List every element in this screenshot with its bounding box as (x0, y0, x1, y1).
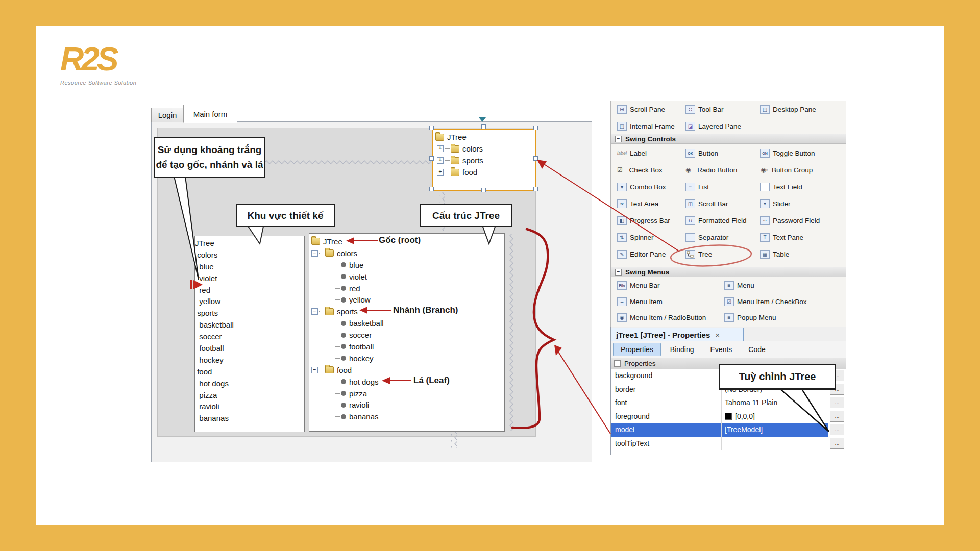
palette-item-password-field[interactable]: ··· Password Field (760, 216, 846, 225)
palette-item-scroll-bar[interactable]: ◫ Scroll Bar (685, 199, 760, 208)
palette-item-text-field[interactable]: Text Field (760, 183, 846, 191)
edit-model-button[interactable]: ... (830, 424, 844, 435)
tree-node-label: basketball (349, 319, 384, 328)
palette-item-spinner[interactable]: ⇅ Spinner (611, 233, 685, 242)
tab-properties[interactable]: Properties (613, 343, 661, 356)
palette-item-label: Scroll Bar (698, 200, 728, 208)
selection-handle[interactable] (533, 156, 538, 161)
folder-icon (325, 249, 334, 257)
menu-item-radiobutton-icon: ◉ (617, 313, 627, 322)
palette-item-menu-item-checkbox[interactable]: ☑ Menu Item / CheckBox (724, 297, 846, 306)
expand-icon[interactable]: + (437, 169, 444, 176)
expand-icon[interactable]: + (437, 157, 444, 164)
palette-item-label[interactable]: label Label (611, 149, 685, 157)
selection-handle[interactable] (429, 156, 434, 161)
edit-property-button[interactable]: ... (830, 411, 844, 422)
collapse-expander-icon[interactable]: − (311, 367, 318, 373)
tab-binding[interactable]: Binding (663, 343, 701, 356)
collapse-expander-icon[interactable]: − (311, 308, 318, 315)
tree-node-leaf[interactable]: blue (309, 259, 504, 271)
collapse-expander-icon[interactable]: − (311, 250, 318, 257)
palette-item-button-group[interactable]: ◉◦ Button Group (760, 166, 846, 174)
tree-node-leaf[interactable]: basketball (309, 317, 504, 329)
tree-node-branch[interactable]: + colors (433, 143, 535, 155)
palette-item-separator[interactable]: — Separator (685, 233, 760, 242)
tree-node-leaf[interactable]: red (309, 283, 504, 294)
collapse-icon[interactable]: − (614, 360, 621, 367)
collapse-icon[interactable]: − (615, 269, 622, 276)
edit-property-button[interactable]: ... (830, 397, 844, 408)
tab-code[interactable]: Code (741, 343, 772, 356)
tree-node-leaf[interactable]: yellow (309, 294, 504, 306)
selected-jtree-component[interactable]: JTree + colors + sports + food (432, 129, 536, 191)
tree-node-label: food (462, 168, 477, 177)
palette-item-menu-item-radiobutton[interactable]: ◉ Menu Item / RadioButton (611, 313, 724, 322)
edit-property-button[interactable]: ... (830, 438, 844, 449)
property-row-font[interactable]: font Tahoma 11 Plain ... (611, 396, 846, 410)
properties-title-tab[interactable]: jTree1 [JTree] - Properties × (611, 328, 744, 342)
palette-item-radio-button[interactable]: ◉‒ Radio Button (685, 166, 760, 174)
selection-handle[interactable] (533, 187, 538, 191)
palette-item-table[interactable]: ▦ Table (760, 250, 846, 259)
tree-node-branch[interactable]: + sports (433, 155, 535, 166)
tree-node-leaf[interactable]: soccer (309, 329, 504, 341)
palette-item-text-area[interactable]: tx Text Area (611, 199, 685, 208)
properties-panel: jTree1 [JTree] - Properties × Properties… (610, 327, 846, 455)
tree-node-branch[interactable]: + food (433, 166, 535, 178)
tree-node-branch[interactable]: − food (309, 364, 504, 376)
palette-item-slider[interactable]: ▼ Slider (760, 199, 846, 208)
palette-item-check-box[interactable]: ☑‒ Check Box (611, 166, 685, 174)
palette-item-toggle-button[interactable]: ON Toggle Button (760, 149, 846, 158)
tree-node-leaf[interactable]: pizza (309, 388, 504, 399)
section-header-swing-menus[interactable]: − Swing Menus (611, 267, 846, 277)
callout-text: để tạo gốc, nhánh và lá (156, 157, 263, 172)
palette-item-text-pane[interactable]: T Text Pane (760, 233, 846, 242)
palette-item-progress-bar[interactable]: ◧ Progress Bar (611, 216, 685, 225)
palette-item-tool-bar[interactable]: ∷ Tool Bar (685, 105, 760, 114)
selection-handle[interactable] (533, 126, 538, 130)
palette-item-formatted-field[interactable]: /-/ Formatted Field (685, 216, 760, 225)
palette-item-menu[interactable]: ≡ Menu (724, 281, 846, 290)
palette-item-layered-pane[interactable]: ◪ Layered Pane (685, 122, 760, 131)
jtree-structure-panel[interactable]: JTree − colors blue violet red yellow − … (309, 233, 505, 432)
tree-node-branch[interactable]: − colors (309, 247, 504, 259)
palette-item-combo-box[interactable]: ▾ Combo Box (611, 183, 685, 191)
palette-item-label: Radio Button (697, 166, 737, 174)
palette-item-menu-bar[interactable]: File Menu Bar (611, 281, 724, 290)
tab-events[interactable]: Events (703, 343, 740, 356)
selection-handle[interactable] (481, 188, 486, 192)
palette-item-menu-item[interactable]: ‒ Menu Item (611, 297, 724, 306)
tab-main-form[interactable]: Main form (183, 105, 237, 123)
tree-node-leaf[interactable]: football (309, 341, 504, 353)
property-row-foreground[interactable]: foreground [0,0,0] ... (611, 410, 846, 424)
tree-node-leaf[interactable]: bananas (309, 411, 504, 422)
tab-login[interactable]: Login (151, 108, 184, 122)
list-line: blue (195, 261, 304, 273)
palette-item-list[interactable]: ≡ List (685, 183, 760, 191)
tree-node-leaf[interactable]: ravioli (309, 399, 504, 411)
progress-bar-icon: ◧ (617, 216, 627, 225)
text-list-panel[interactable]: JTree colors blue violet red yellow spor… (194, 236, 305, 432)
palette-item-internal-frame[interactable]: ◰ Internal Frame (611, 122, 685, 131)
expand-icon[interactable]: + (437, 145, 444, 152)
tree-node-leaf[interactable]: hockey (309, 353, 504, 364)
palette-item-desktop-pane[interactable]: ◳ Desktop Pane (760, 105, 846, 114)
property-row-model[interactable]: model [TreeModel] ... (611, 423, 846, 437)
selection-handle[interactable] (429, 187, 434, 191)
tree-node-label: colors (337, 249, 357, 258)
selection-handle[interactable] (429, 126, 434, 130)
palette-item-button[interactable]: OK Button (685, 149, 760, 158)
tree-node-root[interactable]: JTree (433, 131, 535, 143)
palette-item-scroll-pane[interactable]: ⊞ Scroll Pane (611, 105, 685, 114)
property-row-tooltiptext[interactable]: toolTipText ... (611, 437, 846, 451)
palette-item-editor-pane[interactable]: ✎ Editor Pane (611, 250, 685, 259)
tree-guide-line (329, 257, 329, 298)
tree-node-leaf[interactable]: hot dogs (309, 376, 504, 388)
close-icon[interactable]: × (715, 331, 720, 339)
collapse-icon[interactable]: − (615, 136, 622, 142)
palette-item-popup-menu[interactable]: ≡ Popup Menu (724, 313, 846, 322)
selection-handle[interactable] (481, 124, 486, 129)
tree-node-leaf[interactable]: violet (309, 271, 504, 283)
section-header-swing-controls[interactable]: − Swing Controls (611, 134, 846, 144)
palette-item-tree[interactable]: Tree (685, 250, 760, 259)
